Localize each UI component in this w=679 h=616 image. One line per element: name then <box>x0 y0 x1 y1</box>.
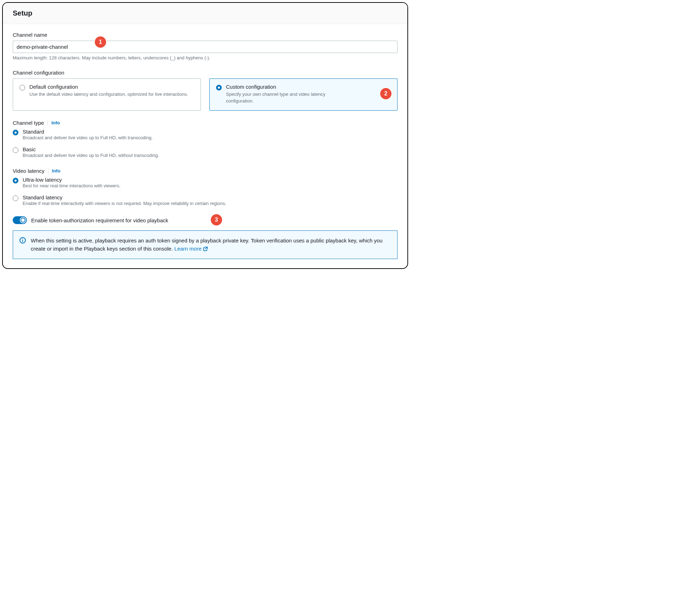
radio-icon <box>216 85 222 90</box>
radio-title: Ultra-low latency <box>23 177 121 183</box>
channel-type-info-link[interactable]: Info <box>47 120 60 125</box>
radio-desc: Broadcast and deliver live video up to F… <box>23 152 159 159</box>
radio-desc: Best for near real-time interactions wit… <box>23 183 121 189</box>
info-icon <box>19 237 26 244</box>
tile-desc: Use the default video latency and config… <box>29 91 188 98</box>
channel-name-hint: Maximum length: 128 characters. May incl… <box>13 55 397 60</box>
panel-title: Setup <box>13 9 397 17</box>
radio-desc: Enable if real-time interactivity with v… <box>23 200 226 207</box>
video-latency-options: Ultra-low latency Best for near real-tim… <box>13 177 397 207</box>
tile-custom-config[interactable]: Custom configuration Specify your own ch… <box>209 78 397 111</box>
callout-2: 2 <box>380 88 391 99</box>
video-latency-info-link[interactable]: Info <box>48 168 60 174</box>
tile-title: Custom configuration <box>226 84 391 90</box>
radio-title: Standard <box>23 129 153 135</box>
external-link-icon <box>203 246 208 251</box>
token-auth-info-box: When this setting is active, playback re… <box>13 230 397 259</box>
radio-icon <box>19 85 25 90</box>
svg-rect-2 <box>22 240 23 242</box>
radio-title: Basic <box>23 146 159 152</box>
channel-name-label: Channel name <box>13 32 397 38</box>
channel-type-label: Channel type <box>13 120 44 126</box>
tile-default-config[interactable]: Default configuration Use the default vi… <box>13 78 201 111</box>
tile-desc: Specify your own channel type and video … <box>226 91 353 105</box>
radio-icon <box>13 147 18 153</box>
callout-1: 1 <box>95 36 106 48</box>
radio-standard-latency[interactable]: Standard latency Enable if real-time int… <box>13 194 397 207</box>
video-latency-field: Video latency Info Ultra-low latency Bes… <box>13 168 397 207</box>
channel-type-field: Channel type Info Standard Broadcast and… <box>13 120 397 159</box>
svg-point-1 <box>22 239 23 239</box>
channel-name-field: Channel name 1 Maximum length: 128 chara… <box>13 32 397 60</box>
radio-standard[interactable]: Standard Broadcast and deliver live vide… <box>13 129 397 141</box>
setup-panel: Setup Channel name 1 Maximum length: 128… <box>2 2 408 269</box>
learn-more-link[interactable]: Learn more <box>174 245 208 253</box>
token-auth-label: Enable token-authorization requirement f… <box>31 217 168 223</box>
tile-title: Default configuration <box>29 84 188 90</box>
token-auth-toggle[interactable] <box>13 216 27 224</box>
channel-config-tiles: Default configuration Use the default vi… <box>13 78 397 111</box>
radio-icon <box>13 195 18 201</box>
radio-icon <box>13 178 18 183</box>
video-latency-label: Video latency <box>13 168 45 174</box>
token-auth-toggle-row: Enable token-authorization requirement f… <box>13 216 397 224</box>
channel-name-input[interactable] <box>13 41 397 53</box>
callout-3: 3 <box>211 214 222 225</box>
channel-config-label: Channel configuration <box>13 70 397 76</box>
panel-header: Setup <box>3 3 407 24</box>
learn-more-label: Learn more <box>174 245 202 253</box>
channel-config-field: Channel configuration Default configurat… <box>13 70 397 111</box>
channel-type-options: Standard Broadcast and deliver live vide… <box>13 129 397 159</box>
radio-icon <box>13 130 18 135</box>
radio-title: Standard latency <box>23 194 226 200</box>
panel-body: Channel name 1 Maximum length: 128 chara… <box>3 24 407 268</box>
toggle-knob-icon <box>20 217 26 223</box>
radio-basic[interactable]: Basic Broadcast and deliver live video u… <box>13 146 397 159</box>
token-auth-info-text: When this setting is active, playback re… <box>31 236 391 253</box>
radio-ultra-low[interactable]: Ultra-low latency Best for near real-tim… <box>13 177 397 189</box>
radio-desc: Broadcast and deliver live video up to F… <box>23 135 153 141</box>
